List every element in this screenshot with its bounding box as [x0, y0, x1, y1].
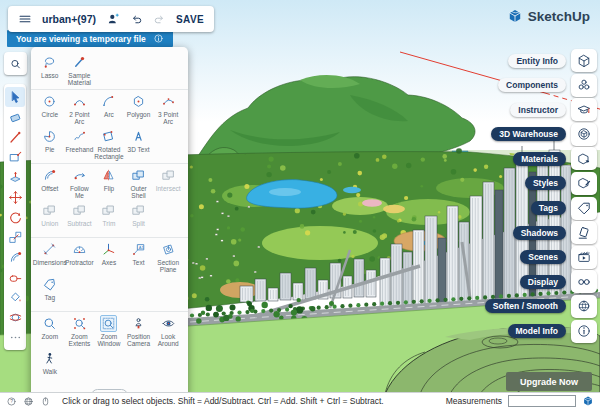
tool-zoom-window[interactable]: Zoom Window — [94, 315, 124, 348]
measurements-input[interactable] — [508, 395, 576, 407]
push-pull-tool[interactable] — [5, 167, 25, 187]
tooltip-3d-warehouse: 3D Warehouse — [491, 127, 566, 141]
panel-button-scenes[interactable] — [571, 246, 597, 269]
hamburger-icon — [18, 12, 32, 26]
tool-look-around[interactable]: Look Around — [153, 315, 183, 348]
tool-section-plane[interactable]: Section Plane — [153, 241, 183, 274]
banner-text: You are viewing a temporary file — [16, 34, 146, 44]
palette-group: OffsetFollow MeFlipOuter ShellIntersectU… — [31, 163, 188, 237]
more-icon — [8, 330, 23, 345]
select-icon — [8, 90, 23, 105]
palette-group: LassoSample Material — [31, 51, 188, 89]
upgrade-now-button[interactable]: Upgrade Now — [506, 372, 592, 391]
tooltip-components: Components — [498, 78, 566, 92]
help-icon[interactable]: ? — [6, 396, 17, 407]
tool-tag[interactable]: Tag — [35, 276, 65, 309]
menu-button[interactable] — [18, 12, 32, 26]
measurements-label: Measurements — [446, 396, 502, 406]
shapes-tool[interactable] — [5, 147, 25, 167]
rotate-tool[interactable] — [5, 207, 25, 227]
panel-button-display[interactable] — [571, 270, 597, 293]
panel-button-soften-smooth[interactable] — [571, 295, 597, 318]
tool-freehand[interactable]: Freehand — [65, 128, 95, 161]
section-plane-icon — [160, 241, 177, 258]
top-toolbar: urban+(97) SAVE — [8, 6, 214, 32]
tool-union: Union — [35, 202, 65, 235]
panel-button-styles[interactable] — [571, 172, 597, 195]
orbit-tool[interactable] — [5, 307, 25, 327]
tool-label: Arc — [104, 111, 114, 118]
bool-gray-icon — [71, 202, 88, 219]
tool-offset[interactable]: Offset — [35, 167, 65, 200]
tool-pie[interactable]: Pie — [35, 128, 65, 161]
panel-button-tags[interactable] — [571, 197, 597, 220]
tool-sample-material[interactable]: Sample Material — [65, 54, 95, 87]
line-tool[interactable] — [5, 127, 25, 147]
panel-button-entity-info[interactable] — [571, 49, 597, 72]
panel-button-model-info[interactable] — [571, 320, 597, 343]
panel-row: Instructor — [485, 98, 597, 121]
styles-icon — [576, 175, 592, 191]
tag-icon — [41, 276, 58, 293]
tool-circle[interactable]: Circle — [35, 93, 65, 126]
tool-arc[interactable]: Arc — [94, 93, 124, 126]
tool-flip[interactable]: Flip — [94, 167, 124, 200]
tool-lasso[interactable]: Lasso — [35, 54, 65, 87]
tool-subtract: Subtract — [65, 202, 95, 235]
tool-intersect: Intersect — [153, 167, 183, 200]
more-tools-tool[interactable] — [5, 327, 25, 347]
tool-label: 2 Point Arc — [65, 111, 95, 126]
tooltip-entity-info: Entity Info — [508, 54, 566, 68]
offset-icon — [41, 167, 58, 184]
tool-follow-me[interactable]: Follow Me — [65, 167, 95, 200]
undo-button[interactable] — [130, 13, 143, 26]
redo-button[interactable] — [153, 13, 166, 26]
svg-text:A1: A1 — [139, 245, 145, 250]
status-bar: ? Click or drag to select objects. Shift… — [0, 392, 600, 409]
tool-rotated-rectangle[interactable]: Rotated Rectangle — [94, 128, 124, 161]
tooltip-tags: Tags — [531, 201, 566, 215]
tape-measure-tool[interactable] — [5, 267, 25, 287]
paint-bucket-tool[interactable] — [5, 287, 25, 307]
share-button[interactable] — [106, 12, 120, 26]
eraser-tool[interactable] — [5, 107, 25, 127]
axes-icon — [100, 241, 117, 258]
move-tool[interactable] — [5, 187, 25, 207]
offset-tool[interactable] — [5, 247, 25, 267]
polygon-icon — [130, 93, 147, 110]
panel-button-instructor[interactable] — [571, 98, 597, 121]
tool-text[interactable]: A1Text — [124, 241, 154, 274]
panel-button-shadows[interactable] — [571, 221, 597, 244]
panel-button-3d-warehouse[interactable] — [571, 123, 597, 146]
tool-3d-text[interactable]: 3D Text — [124, 128, 154, 161]
language-globe-icon[interactable] — [23, 396, 34, 407]
tool-3-point-arc[interactable]: 3 Point Arc — [153, 93, 183, 126]
tool-protractor[interactable]: Protractor — [65, 241, 95, 274]
look-around-icon — [160, 315, 177, 332]
panel-button-components[interactable] — [571, 74, 597, 97]
panel-button-materials[interactable] — [571, 147, 597, 170]
mouse-icon[interactable] — [40, 396, 51, 407]
bucket-icon — [8, 290, 23, 305]
tool-polygon[interactable]: Polygon — [124, 93, 154, 126]
tool-2-point-arc[interactable]: 2 Point Arc — [65, 93, 95, 126]
right-panel-rail: Entity InfoComponentsInstructor3D Wareho… — [485, 49, 597, 343]
tool-axes[interactable]: Axes — [94, 241, 124, 274]
tool-zoom[interactable]: Zoom — [35, 315, 65, 348]
info-icon[interactable] — [153, 33, 164, 44]
pie-icon — [41, 128, 58, 145]
tool-dimensions[interactable]: Dimensions — [35, 241, 65, 274]
panel-row: Display — [485, 270, 597, 293]
zoom-window-icon — [100, 315, 117, 332]
bool-gray-icon — [130, 202, 147, 219]
tool-zoom-extents[interactable]: Zoom Extents — [65, 315, 95, 348]
scale-tool[interactable] — [5, 227, 25, 247]
select-tool[interactable] — [5, 87, 25, 107]
tool-walk[interactable]: Walk — [35, 350, 65, 383]
tool-outer-shell[interactable]: Outer Shell — [124, 167, 154, 200]
scale-icon — [8, 230, 23, 245]
save-button[interactable]: SAVE — [176, 14, 204, 25]
tool-position-camera[interactable]: Position Camera — [124, 315, 154, 348]
tool-label: Zoom Extents — [65, 333, 95, 348]
search-button[interactable] — [4, 52, 27, 75]
